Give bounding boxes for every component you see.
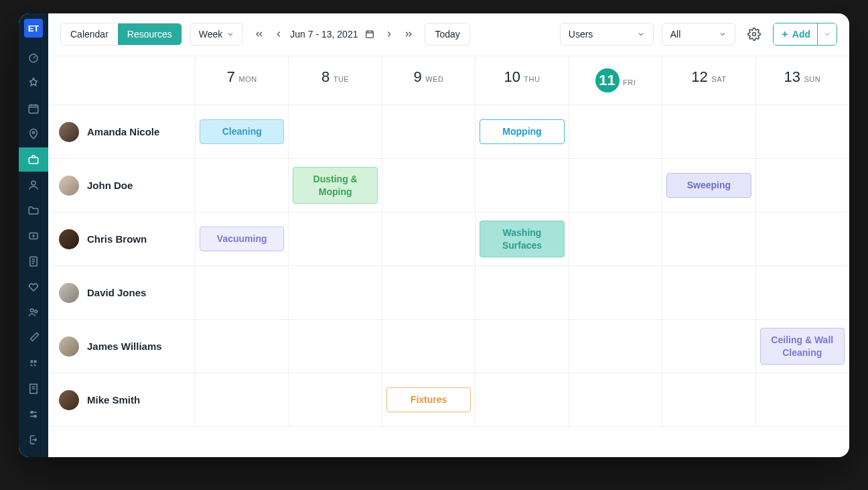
schedule-cell[interactable]: Ceiling & Wall Cleaning	[756, 320, 849, 373]
prev-period-button[interactable]	[251, 26, 267, 42]
logout-icon	[27, 434, 40, 446]
svg-rect-12	[366, 31, 374, 38]
nav-pin[interactable]	[19, 71, 48, 95]
task-chip[interactable]: Sweeping	[666, 173, 751, 197]
schedule-cell[interactable]: Dusting & Moping	[289, 159, 382, 212]
nav-receipt[interactable]	[19, 377, 48, 401]
schedule-cell[interactable]	[382, 105, 476, 159]
app-window: ET Calendar Resources Week	[19, 13, 849, 457]
tab-calendar[interactable]: Calendar	[61, 23, 118, 45]
task-chip[interactable]: Ceiling & Wall Cleaning	[760, 328, 845, 364]
prev-button[interactable]	[271, 27, 286, 42]
schedule-cell[interactable]: Vacuuming	[196, 212, 289, 266]
day-of-week: SAT	[709, 75, 727, 83]
nav-doc[interactable]	[19, 249, 48, 273]
nav-folder[interactable]	[19, 198, 48, 223]
nav-calendar[interactable]	[19, 97, 48, 121]
nav-money[interactable]	[19, 224, 48, 248]
schedule-cell[interactable]	[756, 212, 849, 266]
svg-rect-3	[29, 158, 38, 164]
task-chip[interactable]: Washing Surfaces	[480, 221, 564, 257]
view-range-dropdown[interactable]: Week	[190, 23, 244, 46]
schedule-cell[interactable]: Mopping	[476, 105, 569, 159]
task-chip[interactable]: Dusting & Moping	[293, 167, 377, 203]
schedule-cell[interactable]	[569, 105, 662, 159]
nav-quote[interactable]	[19, 351, 48, 375]
schedule-cell[interactable]	[756, 105, 849, 159]
schedule-cell[interactable]	[569, 373, 662, 427]
schedule-cell[interactable]	[196, 320, 289, 373]
pin-icon	[27, 77, 40, 89]
schedule-cell[interactable]	[756, 159, 849, 212]
nav-logout[interactable]	[19, 428, 48, 452]
day-of-week: FRI	[621, 78, 636, 86]
date-picker-button[interactable]	[362, 26, 378, 42]
schedule-cell[interactable]	[196, 266, 289, 320]
schedule-cell[interactable]	[569, 212, 662, 266]
schedule-cell[interactable]	[662, 320, 755, 373]
schedule-cell[interactable]	[289, 105, 382, 159]
schedule-cell[interactable]	[569, 266, 662, 320]
schedule-cell[interactable]	[569, 320, 662, 373]
avatar	[59, 229, 79, 249]
schedule-cell[interactable]	[289, 266, 382, 320]
schedule-cell[interactable]	[382, 159, 476, 212]
schedule-cell[interactable]	[196, 159, 289, 212]
task-chip[interactable]: Fixtures	[386, 387, 471, 412]
schedule-cell[interactable]: Fixtures	[382, 373, 476, 427]
schedule-cell[interactable]	[382, 320, 476, 373]
add-dropdown-button[interactable]	[817, 23, 837, 45]
day-of-week: TUE	[331, 75, 349, 83]
schedule-cell[interactable]	[662, 105, 755, 159]
next-button[interactable]	[382, 27, 396, 42]
schedule-cell[interactable]	[476, 373, 569, 427]
schedule-cell[interactable]	[476, 159, 569, 212]
schedule-cell[interactable]	[196, 373, 289, 427]
money-icon	[27, 230, 40, 242]
schedule-cell[interactable]	[289, 320, 382, 373]
nav-location[interactable]	[19, 122, 48, 146]
task-chip[interactable]: Mopping	[480, 119, 564, 143]
add-button[interactable]: Add	[774, 23, 817, 45]
calendar-icon	[27, 103, 40, 115]
day-header: 9 WED	[382, 56, 476, 105]
nav-sliders[interactable]	[19, 402, 48, 426]
nav-tools[interactable]	[19, 326, 48, 350]
nav-briefcase[interactable]	[19, 147, 48, 172]
sidebar: ET	[19, 13, 48, 457]
svg-point-7	[31, 309, 34, 312]
schedule-cell[interactable]	[289, 373, 382, 427]
today-button[interactable]: Today	[425, 23, 469, 46]
schedule-cell[interactable]: Cleaning	[196, 105, 289, 159]
filter-users-dropdown[interactable]: Users	[560, 23, 654, 46]
schedule-cell[interactable]	[662, 373, 755, 427]
task-chip[interactable]: Vacuuming	[200, 227, 284, 251]
schedule-cell[interactable]	[289, 212, 382, 266]
nav-team[interactable]	[19, 300, 48, 324]
nav-dashboard[interactable]	[19, 46, 48, 70]
schedule-cell[interactable]	[662, 212, 755, 266]
day-header: 11 FRI	[569, 56, 662, 105]
next-period-button[interactable]	[401, 26, 417, 42]
view-range-label: Week	[199, 29, 223, 40]
schedule-cell[interactable]: Sweeping	[662, 159, 755, 212]
nav-user[interactable]	[19, 173, 48, 197]
filter-all-dropdown[interactable]: All	[662, 23, 735, 46]
schedule-cell[interactable]	[662, 266, 755, 320]
tab-resources[interactable]: Resources	[118, 23, 182, 45]
day-of-week: MON	[236, 75, 257, 83]
schedule-cell[interactable]	[476, 266, 569, 320]
task-chip[interactable]: Cleaning	[200, 119, 284, 143]
schedule-grid: 7 MON8 TUE9 WED10 THU11 FRI12 SAT13 SUNA…	[48, 56, 849, 427]
schedule-cell[interactable]	[382, 266, 476, 320]
schedule-cell[interactable]: Washing Surfaces	[476, 212, 569, 266]
gear-icon	[747, 27, 761, 41]
schedule-cell[interactable]	[476, 320, 569, 373]
schedule-cell[interactable]	[756, 373, 849, 427]
settings-button[interactable]	[743, 23, 765, 45]
schedule-cell[interactable]	[756, 266, 849, 320]
calendar-small-icon	[364, 29, 375, 40]
nav-heart[interactable]	[19, 275, 48, 299]
schedule-cell[interactable]	[569, 159, 662, 212]
schedule-cell[interactable]	[382, 212, 476, 266]
